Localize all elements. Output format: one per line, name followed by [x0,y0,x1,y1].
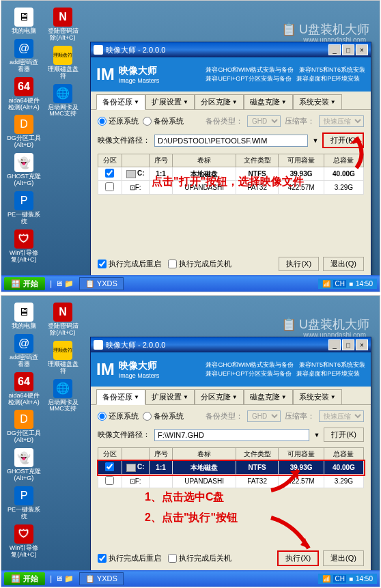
start-button[interactable]: 🪟 开始 [4,572,45,585]
minimize-button[interactable]: _ [328,339,341,350]
tray-icon[interactable]: 📶 [322,575,330,583]
quick-launch-icon[interactable]: 📁 [64,279,74,288]
quick-launch-icon[interactable]: 🖥 [55,279,63,288]
start-button[interactable]: 🪟 开始 [4,277,45,290]
taskbar-item[interactable]: 📋 YXDS [79,572,124,585]
radio-restore[interactable]: 还原系统 [98,116,139,126]
desktop-icon-pe[interactable]: PPE一键装系统 [7,191,41,225]
chk-shutdown[interactable]: 执行完成后关机 [168,553,231,563]
tab-part-clone[interactable]: 分区克隆▼ [195,94,244,109]
maximize-button[interactable]: □ [342,339,354,350]
tray-icon[interactable]: ■ [349,575,353,583]
radio-backup[interactable]: 备份系统 [143,116,184,126]
quick-launch-icon[interactable]: 🖥 [55,574,63,583]
table-row[interactable]: ⊡F: UPANDASHIFAT32422.57M3.29G [98,475,364,488]
select-compress[interactable]: 快速压缩 [319,115,364,127]
col-num[interactable]: 序号 [149,154,173,167]
col-label[interactable]: 卷标 [173,448,236,461]
tab-backup-restore[interactable]: 备份还原▼ [96,389,145,405]
tab-bar: 备份还原▼ 扩展设置▼ 分区克隆▼ 磁盘克隆▼ 系统安装▼ [91,92,371,110]
table-row-selected[interactable]: C: 1:1本地磁盘NTFS39.93G40.00G [98,461,364,475]
desktop-icon-mycomputer[interactable]: 🖥我的电脑 [7,8,41,35]
select-backup-type[interactable]: GHD [247,410,281,422]
tray-icon[interactable]: ■ [349,280,353,288]
col-total[interactable]: 总容量 [324,448,363,461]
system-tray[interactable]: 📶 CH ■ 14:50 [318,279,377,289]
desktop-icon-ghost[interactable]: 👻GHOST克隆(Alt+G) [7,448,41,482]
titlebar[interactable]: 映像大师 - 2.0.0.0 _ □ × [91,337,371,352]
desktop-icon-dg[interactable]: DDG分区工具(Alt+D) [7,115,41,149]
annotation-text-2: 2、点击"执行"按钮 [145,511,238,525]
row-checkbox[interactable] [105,169,114,178]
system-tray[interactable]: 📶 CH ■ 14:50 [318,574,377,584]
tab-part-clone[interactable]: 分区克隆▼ [195,389,244,404]
app-banner: IM 映像大师 Image Masters 兼容GHO和WIM格式安装与备份 兼… [91,352,371,387]
col-num[interactable]: 序号 [149,448,173,461]
minimize-button[interactable]: _ [328,44,341,55]
col-label[interactable]: 卷标 [173,154,236,167]
select-compress[interactable]: 快速压缩 [319,410,364,422]
close-button[interactable]: × [356,44,368,55]
desktop-icon-winboot[interactable]: 🛡Win引导修复(Alt+C) [7,524,41,559]
titlebar[interactable]: 映像大师 - 2.0.0.0 _ □ × [91,42,371,57]
col-fs[interactable]: 文件类型 [236,154,278,167]
tab-backup-restore[interactable]: 备份还原▼ [96,94,145,110]
desktop-icon-sort[interactable]: 理顺盘符理顺磁盘盘符 [46,341,80,375]
tab-install[interactable]: 系统安装▼ [293,389,342,404]
exit-button[interactable]: 退出(Q) [323,257,364,271]
chk-restart[interactable]: 执行完成后重启 [98,259,161,269]
desktop-icon-add[interactable]: @add密码查看器 [7,334,41,368]
desktop-icon-ghost[interactable]: 👻GHOST克隆(Alt+G) [7,153,41,187]
tray-clock[interactable]: 14:50 [356,575,373,583]
col-partition[interactable]: 分区 [98,154,122,167]
col-drive[interactable] [122,154,149,167]
maximize-button[interactable]: □ [342,44,354,55]
desktop-icon-aida64[interactable]: 64aida64硬件检测(Alt+A) [7,77,41,111]
app-banner: IM 映像大师 Image Masters 兼容GHO和WIM格式安装与备份 兼… [91,57,371,92]
col-free[interactable]: 可用容量 [279,154,324,167]
desktop-icon-pwd[interactable]: N登陆密码清除(Alt+C) [46,8,80,42]
tab-ext[interactable]: 扩展设置▼ [145,389,195,404]
desktop-icon-net[interactable]: 🌐启动网卡及MMC支持 [46,84,80,118]
radio-backup[interactable]: 备份系统 [143,411,184,421]
tray-lang-icon[interactable]: CH [333,575,345,583]
col-partition[interactable]: 分区 [98,448,122,461]
col-fs[interactable]: 文件类型 [236,448,278,461]
col-free[interactable]: 可用容量 [279,448,324,461]
execute-button[interactable]: 执行(X) [279,257,319,271]
tray-clock[interactable]: 14:50 [356,280,373,288]
row-checkbox[interactable] [105,476,114,485]
tray-icon[interactable]: 📶 [322,280,330,288]
tray-lang-icon[interactable]: CH [333,280,345,288]
close-button[interactable]: × [356,339,368,350]
tab-install[interactable]: 系统安装▼ [293,94,342,109]
desktop-icon-pwd[interactable]: N登陆密码清除(Alt+C) [46,303,80,337]
tab-disk-clone[interactable]: 磁盘克隆▼ [244,94,293,109]
annotation-text-1: 1、点击选中C盘 [145,490,224,505]
quick-launch-icon[interactable]: 📁 [64,574,74,583]
desktop-icon-net[interactable]: 🌐启动网卡及MMC支持 [46,379,80,413]
input-image-path[interactable] [154,135,308,147]
desktop-icon-dg[interactable]: DDG分区工具(Alt+D) [7,410,41,444]
row-checkbox[interactable] [105,182,114,191]
desktop-icon-winboot[interactable]: 🛡Win引导修复(Alt+C) [7,229,41,264]
tab-disk-clone[interactable]: 磁盘克隆▼ [244,389,293,404]
desktop-icon-mycomputer[interactable]: 🖥我的电脑 [7,303,41,330]
taskbar-item[interactable]: 📋 YXDS [79,277,124,290]
desktop-icon-add[interactable]: @add密码查看器 [7,39,41,73]
open-button[interactable]: 打开(K) [324,428,364,442]
desktop-icon-pe[interactable]: PPE一键装系统 [7,486,41,520]
col-drive[interactable] [122,448,149,461]
exit-button[interactable]: 退出(Q) [323,550,364,566]
desktop-icon-aida64[interactable]: 64aida64硬件检测(Alt+A) [7,372,41,406]
chk-restart[interactable]: 执行完成后重启 [98,553,161,563]
chk-shutdown[interactable]: 执行完成后关机 [168,259,231,269]
banner-logo: IM [96,360,115,379]
tab-ext[interactable]: 扩展设置▼ [145,94,195,109]
window-title: 映像大师 - 2.0.0.0 [106,45,165,55]
radio-restore[interactable]: 还原系统 [98,411,139,421]
input-image-path[interactable] [154,429,309,441]
row-checkbox[interactable] [105,462,114,471]
select-backup-type[interactable]: GHD [247,115,281,127]
desktop-icon-sort[interactable]: 理顺盘符理顺磁盘盘符 [46,46,80,80]
